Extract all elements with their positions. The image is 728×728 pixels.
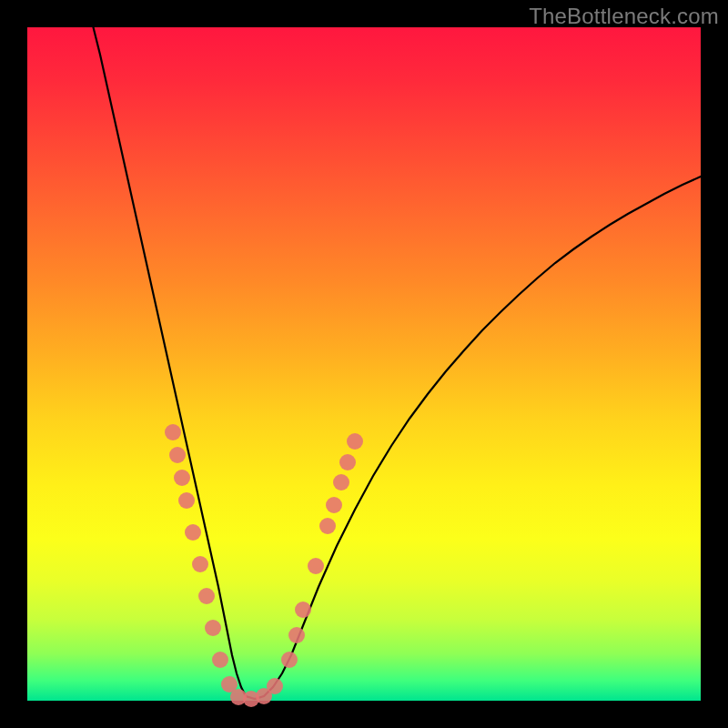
marker-dot <box>281 652 298 668</box>
marker-dot <box>169 447 186 463</box>
marker-dot <box>333 474 349 490</box>
marker-dot <box>339 454 356 470</box>
marker-dot <box>308 558 324 574</box>
marker-group <box>165 424 363 707</box>
marker-dot <box>185 524 201 541</box>
bottleneck-curve <box>91 18 701 699</box>
marker-dot <box>212 652 228 668</box>
plot-area <box>27 27 701 701</box>
marker-dot <box>198 588 215 604</box>
marker-dot <box>205 620 221 636</box>
marker-dot <box>347 433 363 450</box>
marker-dot <box>326 497 342 513</box>
marker-dot <box>295 602 311 618</box>
watermark-text: TheBottleneck.com <box>529 4 719 29</box>
marker-dot <box>267 678 283 694</box>
chart-frame: TheBottleneck.com <box>0 0 728 728</box>
marker-dot <box>319 518 336 534</box>
curve-svg <box>27 27 701 701</box>
marker-dot <box>192 556 208 572</box>
marker-dot <box>288 627 305 643</box>
marker-dot <box>165 424 181 440</box>
marker-dot <box>174 470 190 486</box>
marker-dot <box>178 492 195 509</box>
